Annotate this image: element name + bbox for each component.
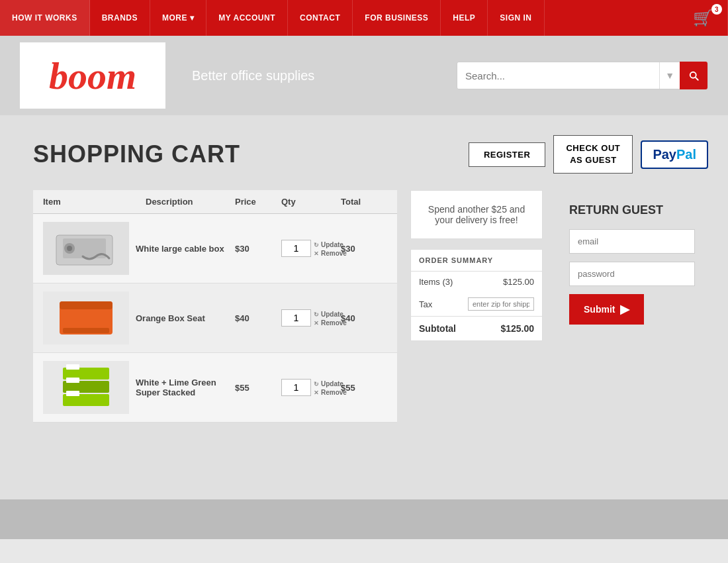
row-1-price: $30 <box>235 244 281 254</box>
nav-cart-button[interactable]: 🛒 3 <box>678 0 729 36</box>
search-button[interactable] <box>680 62 707 89</box>
free-shipping-box: Spend another $25 and your delivery is f… <box>410 190 543 239</box>
col-price-header: Price <box>235 197 281 207</box>
nav-item-contact[interactable]: CONTACT <box>288 0 353 36</box>
cart-actions: REGISTER CHECK OUTAS GUEST PayPal <box>469 135 708 174</box>
cart-header-row: SHOPPING CART REGISTER CHECK OUTAS GUEST… <box>33 135 708 174</box>
submit-arrow-icon: ▶ <box>620 302 629 317</box>
remove-icon-2: ✕ <box>314 320 319 327</box>
search-input[interactable] <box>457 70 659 81</box>
col-desc-header: Description <box>146 197 235 207</box>
subtotal-row: Subtotal $125.00 <box>411 316 542 340</box>
lime-stacked-svg <box>43 361 129 414</box>
main-content: SHOPPING CART REGISTER CHECK OUTAS GUEST… <box>0 115 728 499</box>
search-dropdown-toggle[interactable]: ▼ <box>659 62 680 89</box>
site-header: boom Better office supplies ▼ <box>0 36 728 115</box>
logo-box: boom <box>20 42 165 109</box>
footer <box>0 499 728 539</box>
svg-rect-7 <box>60 301 113 309</box>
nav-item-how-it-works[interactable]: HOW IT WORKS <box>0 0 90 36</box>
product-image-1 <box>43 222 129 275</box>
nav-item-help[interactable]: HELP <box>441 0 488 36</box>
search-bar: ▼ <box>457 62 708 89</box>
logo-text: boom <box>49 54 136 98</box>
tax-row: Tax <box>411 292 542 316</box>
nav-item-my-account[interactable]: MY ACCOUNT <box>206 0 288 36</box>
svg-rect-14 <box>66 378 79 383</box>
free-shipping-message: Spend another $25 and your delivery is f… <box>428 204 525 225</box>
row-1-total: $30 <box>341 244 387 254</box>
svg-rect-8 <box>63 328 109 333</box>
svg-rect-13 <box>66 364 79 370</box>
email-field[interactable] <box>569 229 695 254</box>
order-summary-title: ORDER SUMMARY <box>411 250 542 272</box>
svg-point-4 <box>67 246 72 251</box>
row-1-description: White large cable box <box>129 244 235 254</box>
row-2-qty-cell: ↻ Update ✕ Remove <box>281 309 341 327</box>
table-row: Orange Box Seat $40 ↻ Update ✕ Remove <box>33 283 397 353</box>
submit-button[interactable]: Submit ▶ <box>569 294 644 325</box>
table-row: White + Lime Green Super Stacked $55 ↻ U… <box>33 353 397 423</box>
nav-item-for-business[interactable]: FOR BUSINESS <box>353 0 441 36</box>
update-icon-3: ↻ <box>314 381 319 387</box>
items-label: Items (3) <box>419 277 453 287</box>
return-guest-title: RETURN GUEST <box>569 203 695 217</box>
row-2-total: $40 <box>341 313 387 323</box>
nav-item-more[interactable]: MORE ▾ <box>150 0 206 36</box>
row-1-qty-input[interactable] <box>281 240 311 257</box>
row-3-qty-input[interactable] <box>281 379 311 396</box>
cart-table: Item Description Price Qty Total <box>33 190 397 423</box>
nav-item-brands[interactable]: BRANDS <box>90 0 150 36</box>
register-button[interactable]: REGISTER <box>469 142 545 167</box>
row-3-price: $55 <box>235 383 281 393</box>
search-icon <box>688 70 700 81</box>
row-2-qty-input[interactable] <box>281 309 311 327</box>
orange-seat-svg <box>43 291 129 344</box>
items-row: Items (3) $125.00 <box>411 272 542 292</box>
checkout-guest-button[interactable]: CHECK OUTAS GUEST <box>553 135 633 174</box>
col-item-header: Item <box>43 197 146 207</box>
row-3-qty-cell: ↻ Update ✕ Remove <box>281 379 341 396</box>
order-summary-box: ORDER SUMMARY Items (3) $125.00 Tax Subt… <box>410 249 543 341</box>
nav-item-sign-in[interactable]: SIGN IN <box>488 0 544 36</box>
row-2-description: Orange Box Seat <box>129 313 235 323</box>
password-field[interactable] <box>569 262 695 286</box>
row-2-price: $40 <box>235 313 281 323</box>
subtotal-label: Subtotal <box>419 323 456 334</box>
remove-icon-3: ✕ <box>314 389 319 396</box>
row-3-description: White + Lime Green Super Stacked <box>129 378 235 397</box>
submit-label: Submit <box>584 304 615 315</box>
col-total-header: Total <box>341 197 387 207</box>
update-icon-2: ↻ <box>314 311 319 318</box>
cart-body: Item Description Price Qty Total <box>33 190 708 423</box>
remove-icon-1: ✕ <box>314 250 319 257</box>
table-row: White large cable box $30 ↻ Update ✕ Rem… <box>33 214 397 283</box>
nav-bar: HOW IT WORKS BRANDS MORE ▾ MY ACCOUNT CO… <box>0 0 728 36</box>
cart-title: SHOPPING CART <box>33 140 240 168</box>
product-image-3 <box>43 361 129 414</box>
cable-box-svg <box>43 222 129 275</box>
row-3-total: $55 <box>341 383 387 393</box>
cart-icon: 🛒 <box>693 9 713 27</box>
paypal-button[interactable]: PayPal <box>641 140 708 169</box>
order-summary-panel: Spend another $25 and your delivery is f… <box>410 190 543 423</box>
site-tagline: Better office supplies <box>185 68 437 83</box>
col-qty-header: Qty <box>281 197 341 207</box>
svg-rect-15 <box>66 391 79 396</box>
row-1-qty-cell: ↻ Update ✕ Remove <box>281 240 341 257</box>
subtotal-value: $125.00 <box>500 323 534 334</box>
cart-badge: 3 <box>711 4 722 15</box>
return-guest-panel: RETURN GUEST Submit ▶ <box>556 190 708 423</box>
update-icon-1: ↻ <box>314 242 319 248</box>
table-header: Item Description Price Qty Total <box>33 190 397 214</box>
product-image-2 <box>43 291 129 344</box>
items-value: $125.00 <box>503 277 534 287</box>
zip-input[interactable] <box>468 297 534 311</box>
paypal-logo: PayPal <box>653 147 696 162</box>
tax-label: Tax <box>419 299 432 309</box>
